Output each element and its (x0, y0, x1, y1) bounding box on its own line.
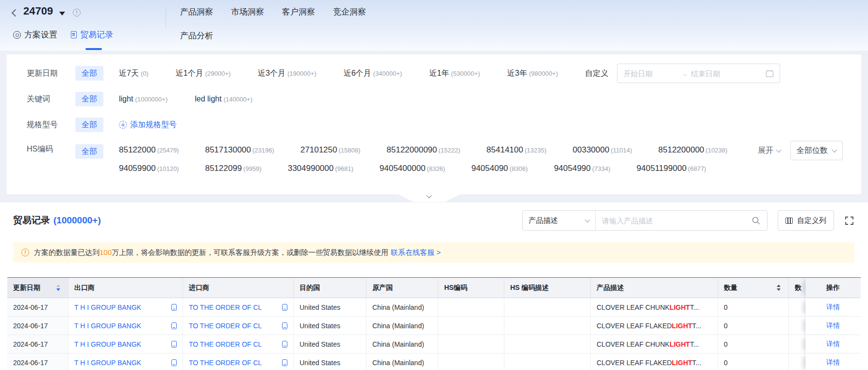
search-icon[interactable] (751, 216, 761, 225)
exporter-link[interactable]: T H I GROUP BANGK (74, 303, 141, 311)
settings-icon (13, 31, 21, 39)
col-clipped: 数 (789, 278, 805, 298)
nav-customer-insight[interactable]: 客户洞察 (282, 6, 315, 17)
back-icon[interactable] (12, 9, 19, 17)
nav-market-insight[interactable]: 市场洞察 (231, 6, 264, 17)
nav-competitor-insight[interactable]: 竞企洞察 (333, 6, 366, 17)
copy-icon[interactable] (282, 359, 287, 366)
add-spec-label: 添加规格型号 (130, 120, 177, 130)
filter-option[interactable]: 近3个月(190000+) (258, 68, 317, 79)
sort-asc-icon[interactable] (56, 285, 60, 287)
filter-all-chip[interactable]: 全部 (75, 144, 103, 159)
tab-trade-records[interactable]: 贸易记录 (71, 29, 113, 40)
plan-id[interactable]: 24709 (23, 5, 53, 17)
exporter-link[interactable]: T H I GROUP BANGK (74, 322, 141, 330)
expand-toggle[interactable]: 展开 (758, 146, 781, 156)
customize-columns-button[interactable]: 自定义列 (778, 210, 834, 231)
start-date-input[interactable] (623, 69, 681, 78)
hs-code-option[interactable]: 8517130000(23196) (205, 145, 274, 155)
digits-select[interactable]: 全部位数 (790, 141, 843, 160)
importer-link[interactable]: TO THE ORDER OF CL (189, 322, 262, 330)
copy-icon[interactable] (282, 341, 287, 348)
filter-option[interactable]: led light(140000+) (195, 95, 252, 103)
custom-date-label[interactable]: 自定义 (585, 68, 608, 79)
cell-clipped (789, 317, 805, 335)
nav-product-analysis[interactable]: 产品分析 (180, 30, 213, 41)
col-quantity[interactable]: 数量 (718, 278, 789, 298)
copy-icon[interactable] (171, 359, 177, 366)
cell-origin: China (Mainland) (367, 298, 438, 317)
cell-importer: TO THE ORDER OF CL (183, 298, 294, 317)
tab-plan-settings[interactable]: 方案设置 (13, 29, 57, 40)
table-header-row: 更新日期 出口商 进口商 目的国 原产国 HS编码 HS 编码描述 产品描述 数… (7, 278, 861, 298)
exporter-link[interactable]: T H I GROUP BANGK (74, 359, 141, 367)
sort-desc-icon[interactable] (777, 288, 781, 291)
cell-hs-code (438, 298, 504, 317)
search-field-select[interactable]: 产品描述 (523, 211, 596, 230)
hs-code-option[interactable]: 94054090(8306) (471, 164, 528, 173)
contact-support-link[interactable]: 联系在线客服 > (391, 248, 441, 256)
copy-icon[interactable] (171, 304, 177, 311)
detail-link[interactable]: 详情 (826, 340, 840, 349)
cell-destination: United States (294, 335, 367, 353)
hs-code-option[interactable]: 85414100(13235) (486, 145, 546, 155)
hs-code-option[interactable]: 85122000(25479) (119, 145, 179, 155)
filter-option[interactable]: 近1年(530000+) (429, 68, 480, 79)
filter-all-chip[interactable]: 全部 (75, 118, 103, 132)
copy-icon[interactable] (171, 322, 177, 329)
filter-option[interactable]: 近3年(980000+) (507, 68, 558, 79)
cell-clipped (789, 298, 805, 317)
hs-code-option[interactable]: 27101250(15808) (300, 145, 360, 155)
collapse-panel-button[interactable] (397, 194, 461, 202)
filter-label: HS编码 (27, 144, 75, 154)
hs-code-option[interactable]: 94051199000(6877) (636, 164, 706, 173)
hs-code-option[interactable]: 94059900(10120) (119, 164, 179, 173)
hs-code-option[interactable]: 94054990(7334) (554, 164, 610, 173)
keyword-highlight: LIGHT (669, 303, 690, 311)
detail-link[interactable]: 详情 (826, 303, 840, 312)
copy-icon[interactable] (282, 322, 287, 329)
filter-option[interactable]: light(1000000+) (119, 95, 167, 103)
detail-link[interactable]: 详情 (826, 321, 840, 330)
importer-link[interactable]: TO THE ORDER OF CL (189, 303, 262, 311)
sort-asc-icon[interactable] (777, 285, 781, 287)
hs-code-option[interactable]: 85122099(9959) (205, 164, 261, 173)
importer-link[interactable]: TO THE ORDER OF CL (189, 359, 262, 367)
filter-option[interactable]: 近6个月(340000+) (344, 68, 402, 79)
filter-all-chip[interactable]: 全部 (75, 66, 103, 81)
hs-code-option[interactable]: 00330000(11014) (573, 145, 632, 155)
end-date-input[interactable] (691, 69, 748, 78)
sort-desc-icon[interactable] (56, 288, 60, 291)
filter-all-chip[interactable]: 全部 (75, 92, 103, 106)
add-spec-button[interactable]: 添加规格型号 (119, 120, 177, 130)
sort-control[interactable] (56, 285, 62, 291)
fullscreen-icon[interactable] (844, 216, 854, 226)
col-exporter: 出口商 (68, 278, 183, 298)
records-table: 更新日期 出口商 进口商 目的国 原产国 HS编码 HS 编码描述 产品描述 数… (7, 277, 861, 370)
hs-code-option[interactable]: 9405400000(8326) (380, 164, 445, 173)
chevron-down-icon[interactable] (59, 12, 65, 16)
filter-row-update-date: 更新日期 全部 近7天(0) 近1个月(29000+) 近3个月(190000+… (27, 64, 849, 83)
detail-link[interactable]: 详情 (826, 358, 840, 367)
filter-option[interactable]: 近7天(0) (119, 68, 149, 79)
hs-code-option[interactable]: 3304990000(9681) (288, 164, 353, 173)
search-input[interactable] (602, 217, 751, 225)
importer-link[interactable]: TO THE ORDER OF CL (189, 340, 262, 348)
sort-control[interactable] (777, 285, 783, 291)
exporter-link[interactable]: T H I GROUP BANGK (74, 340, 141, 348)
copy-icon[interactable] (282, 304, 287, 311)
cell-update-date: 2024-06-17 (7, 353, 68, 370)
cell-importer: TO THE ORDER OF CL (183, 317, 294, 335)
info-icon[interactable]: ! (73, 9, 81, 17)
chevron-down-icon (776, 147, 781, 152)
hs-code-option[interactable]: 8512200000(10238) (658, 145, 727, 155)
hs-code-option[interactable]: 85122000090(15222) (386, 145, 460, 155)
cell-actions: 详情 (805, 298, 861, 317)
copy-icon[interactable] (171, 341, 177, 348)
cell-exporter: T H I GROUP BANGK (68, 298, 183, 317)
table-row: 2024-06-17 T H I GROUP BANGK TO THE ORDE… (7, 298, 861, 317)
col-update-date[interactable]: 更新日期 (7, 278, 68, 298)
filter-option[interactable]: 近1个月(29000+) (176, 68, 231, 79)
nav-product-insight[interactable]: 产品洞察 (180, 6, 213, 17)
date-range-picker[interactable] (617, 64, 780, 83)
